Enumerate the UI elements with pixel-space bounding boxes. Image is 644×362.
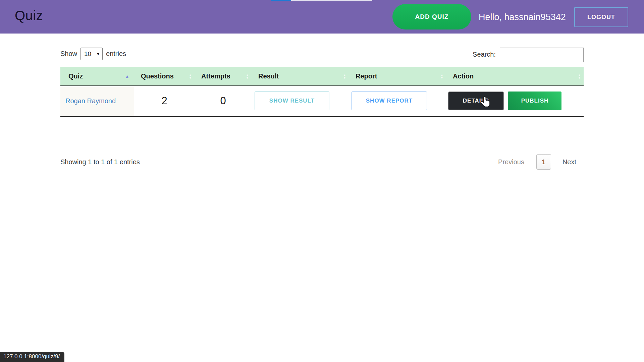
column-header-report[interactable]: Report ▲▼ — [349, 67, 446, 86]
sort-both-icon: ▲▼ — [440, 73, 443, 79]
main-content: Show 10 ▼ entries Search: Quiz — [60, 34, 584, 67]
current-page-button[interactable]: 1 — [536, 154, 551, 170]
search-control: Search: — [473, 48, 584, 62]
page-length-control: Show 10 ▼ entries — [60, 48, 126, 60]
search-label: Search: — [473, 51, 496, 58]
entries-select-value: 10 — [84, 50, 91, 58]
video-progress-track — [291, 0, 372, 1]
sort-both-icon: ▲▼ — [578, 73, 581, 79]
entries-select[interactable]: 10 ▼ — [80, 48, 103, 60]
previous-page-button[interactable]: Previous — [498, 158, 524, 166]
quiz-name-link[interactable]: Rogan Raymond — [65, 97, 116, 105]
column-header-action[interactable]: Action ▲▼ — [446, 67, 584, 86]
entries-summary: Showing 1 to 1 of 1 entries — [60, 158, 140, 166]
video-progress-bar — [271, 0, 291, 1]
table-footer: Showing 1 to 1 of 1 entries Previous 1 N… — [60, 154, 584, 170]
sort-asc-icon: ▲ — [125, 74, 129, 79]
user-greeting: Hello, hassnain95342 — [479, 12, 566, 22]
result-cell: SHOW RESULT — [252, 86, 349, 116]
logout-button[interactable]: LOGOUT — [574, 7, 628, 27]
chevron-down-icon: ▼ — [96, 52, 100, 56]
show-label: Show — [60, 50, 77, 58]
column-header-result[interactable]: Result ▲▼ — [252, 67, 349, 86]
next-page-button[interactable]: Next — [562, 158, 576, 166]
details-button[interactable]: DETAILS — [448, 92, 504, 110]
status-url-bar: 127.0.0.1:8000/quiz/9/ — [0, 352, 64, 362]
column-header-quiz[interactable]: Quiz ▲ — [60, 67, 134, 86]
column-header-attempts[interactable]: Attempts ▲▼ — [195, 67, 252, 86]
attempts-count-cell: 0 — [195, 86, 252, 116]
action-cell: DETAILS PUBLISH — [446, 86, 584, 116]
table-controls: Show 10 ▼ entries Search: — [60, 34, 584, 67]
search-input[interactable] — [500, 48, 584, 62]
report-cell: SHOW REPORT — [349, 86, 446, 116]
page-title: Quiz — [15, 8, 43, 23]
page: Quiz ADD QUIZ Hello, hassnain95342 LOGOU… — [0, 0, 644, 362]
pagination: Previous 1 Next — [498, 154, 576, 170]
app-header: Quiz ADD QUIZ Hello, hassnain95342 LOGOU… — [0, 0, 644, 34]
sort-both-icon: ▲▼ — [343, 73, 346, 79]
sort-both-icon: ▲▼ — [246, 73, 249, 79]
column-header-questions[interactable]: Questions ▲▼ — [134, 67, 195, 86]
add-quiz-button[interactable]: ADD QUIZ — [392, 4, 471, 29]
show-result-button[interactable]: SHOW RESULT — [255, 92, 329, 110]
sort-both-icon: ▲▼ — [189, 73, 192, 79]
publish-button[interactable]: PUBLISH — [508, 92, 561, 110]
table-header-row: Quiz ▲ Questions ▲▼ Attempts ▲▼ Result ▲… — [60, 67, 584, 86]
entries-label: entries — [106, 50, 126, 58]
quiz-table: Quiz ▲ Questions ▲▼ Attempts ▲▼ Result ▲… — [60, 67, 584, 117]
quiz-name-cell: Rogan Raymond — [60, 86, 134, 116]
table-row: Rogan Raymond 2 0 SHOW RESULT SHOW REPOR… — [60, 86, 584, 116]
questions-count-cell: 2 — [134, 86, 195, 116]
show-report-button[interactable]: SHOW REPORT — [352, 92, 427, 110]
